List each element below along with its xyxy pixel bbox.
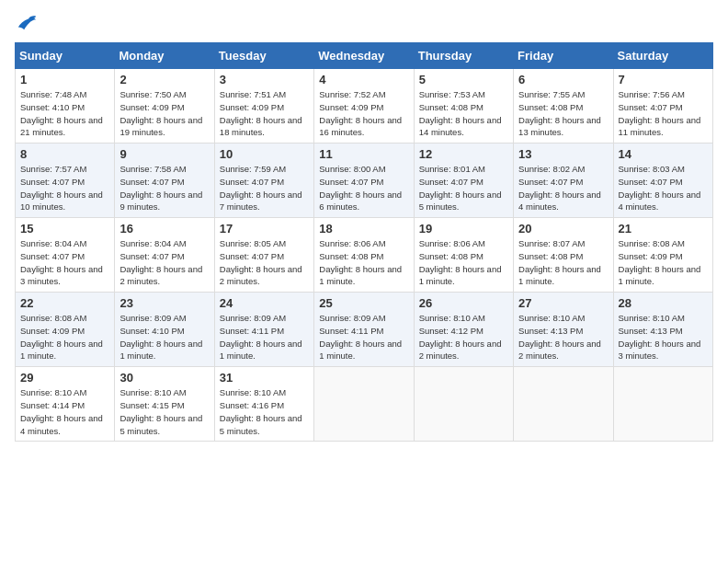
day-number: 24 (220, 296, 309, 310)
day-info: Sunrise: 8:10 AMSunset: 4:13 PMDaylight:… (518, 312, 608, 362)
calendar-day-cell: 10Sunrise: 7:59 AMSunset: 4:07 PMDayligh… (214, 144, 313, 218)
day-number: 10 (220, 147, 309, 161)
weekday-header: Friday (514, 43, 613, 69)
logo-bird-icon (17, 15, 37, 31)
calendar-day-cell: 25Sunrise: 8:09 AMSunset: 4:11 PMDayligh… (314, 293, 414, 367)
day-number: 14 (619, 147, 708, 161)
day-number: 4 (319, 73, 408, 86)
calendar-week-row: 22Sunrise: 8:08 AMSunset: 4:09 PMDayligh… (16, 293, 713, 367)
day-info: Sunrise: 8:08 AMSunset: 4:09 PMDaylight:… (20, 312, 109, 362)
day-number: 19 (419, 222, 508, 236)
day-number: 7 (619, 73, 708, 86)
day-info: Sunrise: 8:09 AMSunset: 4:10 PMDaylight:… (119, 312, 209, 362)
calendar-day-cell: 12Sunrise: 8:01 AMSunset: 4:07 PMDayligh… (414, 144, 513, 218)
day-number: 2 (119, 73, 209, 86)
day-number: 30 (119, 371, 209, 385)
day-info: Sunrise: 7:56 AMSunset: 4:07 PMDaylight:… (619, 88, 708, 139)
day-number: 31 (220, 371, 309, 385)
weekday-header: Monday (115, 43, 214, 69)
calendar-day-cell: 17Sunrise: 8:05 AMSunset: 4:07 PMDayligh… (214, 218, 313, 293)
day-number: 27 (518, 296, 608, 310)
calendar-day-cell: 21Sunrise: 8:08 AMSunset: 4:09 PMDayligh… (613, 218, 712, 293)
calendar-day-cell: 30Sunrise: 8:10 AMSunset: 4:15 PMDayligh… (115, 367, 214, 442)
day-info: Sunrise: 8:10 AMSunset: 4:12 PMDaylight:… (419, 312, 508, 362)
calendar-day-cell: 26Sunrise: 8:10 AMSunset: 4:12 PMDayligh… (414, 293, 513, 367)
day-info: Sunrise: 7:59 AMSunset: 4:07 PMDaylight:… (220, 163, 309, 213)
logo (15, 15, 37, 31)
calendar-week-row: 1Sunrise: 7:48 AMSunset: 4:10 PMDaylight… (16, 69, 713, 144)
day-number: 12 (419, 147, 508, 161)
calendar-week-row: 8Sunrise: 7:57 AMSunset: 4:07 PMDaylight… (16, 144, 713, 218)
day-number: 22 (20, 296, 109, 310)
calendar-day-cell: 9Sunrise: 7:58 AMSunset: 4:07 PMDaylight… (115, 144, 214, 218)
calendar-day-cell: 16Sunrise: 8:04 AMSunset: 4:07 PMDayligh… (115, 218, 214, 293)
day-info: Sunrise: 8:10 AMSunset: 4:13 PMDaylight:… (619, 312, 708, 362)
day-number: 26 (419, 296, 508, 310)
day-info: Sunrise: 7:52 AMSunset: 4:09 PMDaylight:… (319, 88, 408, 139)
day-info: Sunrise: 7:58 AMSunset: 4:07 PMDaylight:… (119, 163, 209, 213)
day-number: 16 (119, 222, 209, 236)
day-info: Sunrise: 8:03 AMSunset: 4:07 PMDaylight:… (619, 163, 708, 213)
calendar-day-cell: 8Sunrise: 7:57 AMSunset: 4:07 PMDaylight… (16, 144, 115, 218)
calendar-day-cell: 24Sunrise: 8:09 AMSunset: 4:11 PMDayligh… (214, 293, 313, 367)
day-info: Sunrise: 8:04 AMSunset: 4:07 PMDaylight:… (20, 237, 109, 288)
day-number: 11 (319, 147, 408, 161)
calendar-week-row: 29Sunrise: 8:10 AMSunset: 4:14 PMDayligh… (16, 367, 713, 442)
day-info: Sunrise: 8:05 AMSunset: 4:07 PMDaylight:… (220, 237, 309, 288)
calendar-day-cell: 31Sunrise: 8:10 AMSunset: 4:16 PMDayligh… (214, 367, 313, 442)
day-number: 17 (220, 222, 309, 236)
day-number: 15 (20, 222, 109, 236)
calendar-day-cell: 23Sunrise: 8:09 AMSunset: 4:10 PMDayligh… (115, 293, 214, 367)
day-info: Sunrise: 8:06 AMSunset: 4:08 PMDaylight:… (319, 237, 408, 288)
calendar-day-cell: 20Sunrise: 8:07 AMSunset: 4:08 PMDayligh… (514, 218, 613, 293)
calendar-day-cell: 6Sunrise: 7:55 AMSunset: 4:08 PMDaylight… (514, 69, 613, 144)
calendar-day-cell (314, 367, 414, 442)
calendar-day-cell: 29Sunrise: 8:10 AMSunset: 4:14 PMDayligh… (16, 367, 115, 442)
calendar-day-cell: 11Sunrise: 8:00 AMSunset: 4:07 PMDayligh… (314, 144, 414, 218)
calendar-day-cell: 28Sunrise: 8:10 AMSunset: 4:13 PMDayligh… (613, 293, 712, 367)
day-number: 20 (518, 222, 608, 236)
calendar-table: SundayMondayTuesdayWednesdayThursdayFrid… (15, 42, 713, 442)
day-number: 23 (119, 296, 209, 310)
day-number: 28 (619, 296, 708, 310)
day-info: Sunrise: 8:09 AMSunset: 4:11 PMDaylight:… (319, 312, 408, 362)
page-header (15, 15, 713, 31)
day-number: 9 (119, 147, 209, 161)
calendar-day-cell: 3Sunrise: 7:51 AMSunset: 4:09 PMDaylight… (214, 69, 313, 144)
day-info: Sunrise: 8:00 AMSunset: 4:07 PMDaylight:… (319, 163, 408, 213)
day-info: Sunrise: 8:09 AMSunset: 4:11 PMDaylight:… (220, 312, 309, 362)
weekday-header: Wednesday (314, 43, 414, 69)
calendar-week-row: 15Sunrise: 8:04 AMSunset: 4:07 PMDayligh… (16, 218, 713, 293)
day-info: Sunrise: 7:50 AMSunset: 4:09 PMDaylight:… (119, 88, 209, 139)
calendar-day-cell: 4Sunrise: 7:52 AMSunset: 4:09 PMDaylight… (314, 69, 414, 144)
day-number: 3 (220, 73, 309, 86)
day-info: Sunrise: 8:10 AMSunset: 4:14 PMDaylight:… (20, 386, 109, 437)
weekday-header: Thursday (414, 43, 513, 69)
calendar-day-cell (414, 367, 513, 442)
calendar-header-row: SundayMondayTuesdayWednesdayThursdayFrid… (16, 43, 713, 69)
weekday-header: Saturday (613, 43, 712, 69)
day-info: Sunrise: 8:10 AMSunset: 4:16 PMDaylight:… (220, 386, 309, 437)
day-number: 13 (518, 147, 608, 161)
weekday-header: Sunday (16, 43, 115, 69)
day-number: 1 (20, 73, 109, 86)
calendar-day-cell: 18Sunrise: 8:06 AMSunset: 4:08 PMDayligh… (314, 218, 414, 293)
day-info: Sunrise: 7:48 AMSunset: 4:10 PMDaylight:… (20, 88, 109, 139)
day-info: Sunrise: 8:02 AMSunset: 4:07 PMDaylight:… (518, 163, 608, 213)
day-number: 29 (20, 371, 109, 385)
day-info: Sunrise: 8:08 AMSunset: 4:09 PMDaylight:… (619, 237, 708, 288)
day-info: Sunrise: 8:04 AMSunset: 4:07 PMDaylight:… (119, 237, 209, 288)
day-info: Sunrise: 8:10 AMSunset: 4:15 PMDaylight:… (119, 386, 209, 437)
day-number: 18 (319, 222, 408, 236)
day-info: Sunrise: 8:01 AMSunset: 4:07 PMDaylight:… (419, 163, 508, 213)
day-number: 21 (619, 222, 708, 236)
day-number: 5 (419, 73, 508, 86)
calendar-day-cell: 19Sunrise: 8:06 AMSunset: 4:08 PMDayligh… (414, 218, 513, 293)
calendar-day-cell: 1Sunrise: 7:48 AMSunset: 4:10 PMDaylight… (16, 69, 115, 144)
day-info: Sunrise: 7:57 AMSunset: 4:07 PMDaylight:… (20, 163, 109, 213)
day-info: Sunrise: 7:53 AMSunset: 4:08 PMDaylight:… (419, 88, 508, 139)
calendar-day-cell: 5Sunrise: 7:53 AMSunset: 4:08 PMDaylight… (414, 69, 513, 144)
calendar-day-cell (613, 367, 712, 442)
calendar-day-cell: 7Sunrise: 7:56 AMSunset: 4:07 PMDaylight… (613, 69, 712, 144)
day-info: Sunrise: 7:51 AMSunset: 4:09 PMDaylight:… (220, 88, 309, 139)
